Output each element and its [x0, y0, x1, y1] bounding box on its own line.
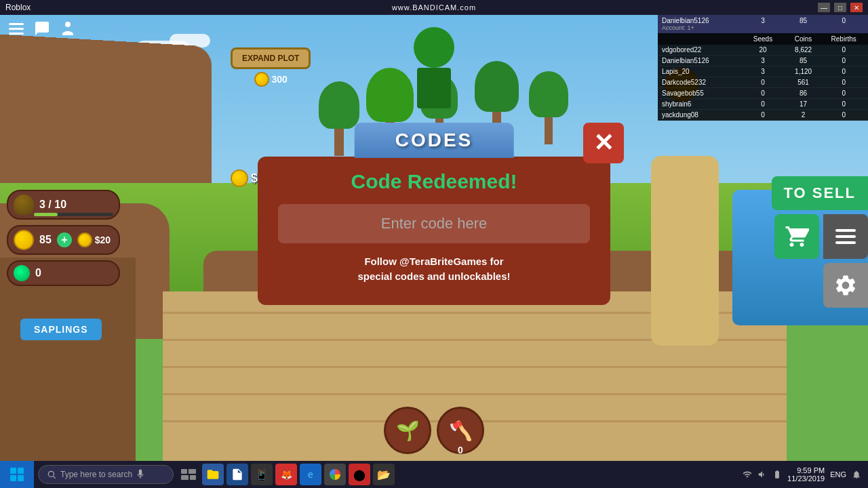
- codes-title: CODES: [395, 129, 473, 151]
- codes-close-button[interactable]: ✕: [583, 123, 624, 163]
- follow-text: Follow @TeraBriteGames forspecial codes …: [278, 254, 590, 285]
- code-redeemed-text: Code Redeemed!: [278, 170, 590, 193]
- codes-modal-header: CODES: [355, 123, 514, 158]
- codes-modal: CODES ✕ Code Redeemed! Follow @TeraBrite…: [258, 157, 610, 305]
- code-input[interactable]: [278, 204, 590, 243]
- close-x-icon: ✕: [593, 131, 614, 155]
- codes-modal-overlay: CODES ✕ Code Redeemed! Follow @TeraBrite…: [0, 0, 868, 488]
